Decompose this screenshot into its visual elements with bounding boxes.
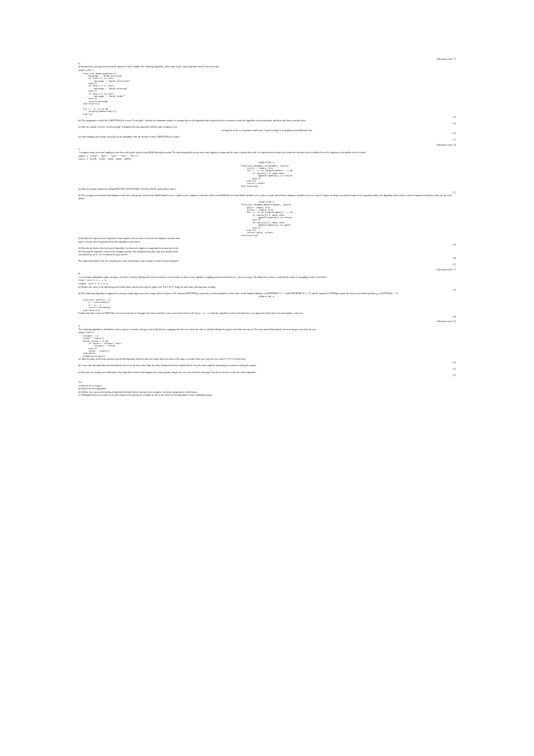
q8-table1: Plain text H E L L O <box>78 279 456 282</box>
q6-c-ii-marks: [1] <box>78 139 456 142</box>
q7-code3: function REWARD_GROUPS(NAMES, SALES) gol… <box>241 204 293 237</box>
q7-a: (a) State the output returned by calling… <box>78 188 456 191</box>
q10-cont: (continued on next page) <box>78 385 456 388</box>
q9-number: 9. <box>78 324 456 328</box>
q8-max-mark: [Maximum mark: 7] <box>78 269 456 272</box>
question-10: 10. (continued on next page) (a) Define … <box>78 381 456 397</box>
q10-number: 10. <box>78 381 456 384</box>
q8-a: (a) Deduce the value of the shift being … <box>78 286 456 289</box>
q6-c-i-line1: (i) State the number of times "Good morn… <box>78 126 456 129</box>
q9-algo5-title: Algorithm 5: <box>78 331 456 334</box>
exam-page: [Maximum mark: 7] 6. In this question, y… <box>0 0 534 397</box>
q7-c-marks: [1] <box>78 263 456 266</box>
q7-code: function REWARD_LIST(NAMES, SALES) resul… <box>241 165 293 188</box>
q7-c: The replacement body of the for loop tha… <box>78 260 456 263</box>
q6-code: function GREETING(hours) message ← "Good… <box>83 73 456 116</box>
q6-intro: In this question, you may assume that al… <box>78 66 456 68</box>
q6-c-ii: (ii) After making your change from (c)(i… <box>78 136 456 139</box>
q7-b-ii-l1: (ii) Rewrite the body of the for loop in… <box>78 247 456 250</box>
q7-algo3-title: Algorithm 3: <box>78 201 456 204</box>
q6-c-i-line2: existing line in the for loop that would… <box>78 129 456 132</box>
q7-names: NAMES = ["Ana", "Ben", "Cal", "Dee", "El… <box>78 155 456 158</box>
question-8: [Maximum mark: 7] 8. A very simple subst… <box>78 269 456 319</box>
q8-algo4-title: Algorithm 4: <box>78 295 456 298</box>
question-7: [Maximum mark: 9] 7. A company wants to … <box>78 144 456 266</box>
q8-b-q: Explain why this version of SHIFT does n… <box>78 312 456 315</box>
q7-b-ii-l2: two lists and the algorithm works as the… <box>78 251 456 254</box>
q7-b-i-l2: above, why the silver list produced by t… <box>78 241 456 244</box>
q9-c-marks: [2] <box>78 374 456 377</box>
q9-b-marks: [2] <box>78 368 456 371</box>
q7-intro: A company wants to reward employees who … <box>78 151 456 154</box>
q9-intro: The following algorithm is intended to r… <box>78 328 456 331</box>
q8-code: function SHIFT(c, n) p ← POSITION(c) p ←… <box>83 299 456 312</box>
q6-max-mark: [Maximum mark: 7] <box>78 58 456 61</box>
q9-a: (a) State the name of the loop structure… <box>78 358 456 361</box>
q7-b-ii-l3: you should use an if / else if structure… <box>78 254 456 256</box>
q8-b-marks: [4] <box>78 316 456 319</box>
q7-algo2-title: Algorithm 2: <box>78 161 456 164</box>
q7-b-intro: (b) The company now decides that employe… <box>78 194 456 200</box>
q8-table2: Cipher text K H O O R <box>78 283 456 285</box>
q9-code: largest ← 0 value ← input() while value … <box>83 335 456 358</box>
q6-part-b: (b) The programmer would like GREETING(0… <box>78 120 456 122</box>
q9-b: (b) A user runs this algorithm and immed… <box>78 364 456 367</box>
question-9: [Maximum mark: 6] 9. The following algor… <box>78 320 456 377</box>
q9-max-mark: [Maximum mark: 6] <box>78 320 456 323</box>
q8-b-intro: (b) The following algorithm is supposed … <box>78 292 456 295</box>
q7-max-mark: [Maximum mark: 9] <box>78 144 456 147</box>
q6-algo-title: Algorithm 1: <box>78 69 456 72</box>
q10-c: (c) Distinguish between a syntax error a… <box>78 394 456 397</box>
question-6: [Maximum mark: 7] 6. In this question, y… <box>78 58 456 142</box>
q7-sales: SALES = [4200, 5100, 4500, 3900, 6000] <box>78 158 456 161</box>
q9-c: (c) Describe one change you could make t… <box>78 371 456 374</box>
q8-intro: A very simple substitution cipher encryp… <box>78 276 456 279</box>
